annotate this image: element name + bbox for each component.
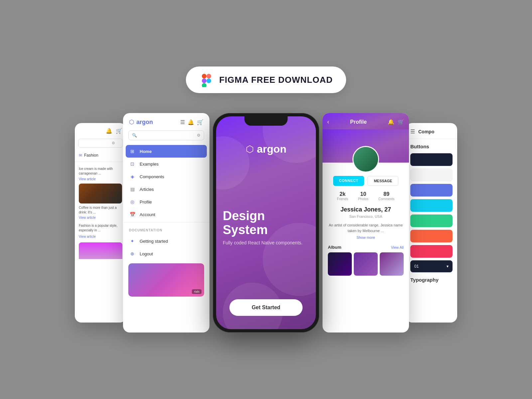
- s5-menu-icon[interactable]: ☰: [410, 128, 415, 135]
- s4-avatar-image: [353, 147, 378, 172]
- screens-row: 🔔 🛒 ⚙ ✉ Fashion Ice cream is made with c…: [75, 113, 457, 332]
- s1-bottom-image: [79, 242, 122, 259]
- profile-icon: ◎: [129, 199, 136, 204]
- s5-header: ☰ Compo: [406, 123, 457, 139]
- s1-category-label: Fashion: [84, 153, 98, 158]
- phone-device: ⬡ argon Design System Fully coded React …: [213, 113, 319, 332]
- s4-avatar: [352, 146, 379, 173]
- s4-photo-1[interactable]: [328, 252, 352, 276]
- s1-article-2-text: Coffee is more than just a drink: It's .…: [79, 205, 122, 215]
- s2-thumb-label: rials: [192, 289, 201, 294]
- s1-category-item: ✉ Fashion: [75, 151, 126, 160]
- svg-point-4: [206, 78, 211, 83]
- nav-home[interactable]: ⊞ Home: [126, 145, 207, 158]
- nav-getting-started-label: Getting started: [140, 239, 168, 244]
- phone-outer-shell: ⬡ argon Design System Fully coded React …: [213, 113, 319, 332]
- argon-logo: ⬡ argon: [129, 118, 153, 126]
- nav-account[interactable]: 📅 Account: [123, 208, 209, 221]
- s2-gear-icon: ⚙: [197, 133, 200, 138]
- nav-logout-label: Logout: [140, 251, 153, 256]
- nav-logout[interactable]: ⊕ Logout: [123, 247, 209, 260]
- s1-view-2[interactable]: View article: [79, 216, 122, 219]
- s5-btn-light[interactable]: [410, 169, 453, 181]
- s5-dropdown[interactable]: 01 ▾: [410, 260, 453, 272]
- home-icon: ⊞: [129, 149, 136, 154]
- phone-cta-button[interactable]: Get Started: [229, 299, 303, 316]
- s2-search-input[interactable]: [137, 133, 197, 137]
- s4-connect-button[interactable]: CONNECT: [333, 176, 364, 186]
- bg-circle-2: [216, 136, 249, 190]
- s5-btn-purple[interactable]: [410, 184, 453, 197]
- s4-comments-label: Comments: [378, 197, 394, 201]
- s5-btn-red[interactable]: [410, 245, 453, 258]
- s4-bell-icon[interactable]: 🔔: [388, 119, 394, 125]
- s4-photos-label: Photos: [358, 197, 368, 201]
- s1-article-3-text: Fashion is a popular style, especially i…: [75, 221, 126, 235]
- nav-articles-label: Articles: [140, 187, 154, 192]
- s4-hero-bg: [323, 129, 409, 163]
- s1-article-1: Ice cream is made with carrageenan ... V…: [75, 164, 126, 184]
- screen-menu: ⬡ argon ☰ 🔔 🛒 🔍 ⚙ ⊞ Home ⊡ Examples ◈ Co…: [123, 113, 209, 332]
- s5-btn-cyan[interactable]: [410, 199, 453, 212]
- svg-rect-3: [202, 83, 206, 87]
- argon-logo-icon: ⬡: [129, 118, 134, 126]
- svg-rect-1: [206, 74, 211, 78]
- badge-title: FIGMA FREE DOWNLOAD: [219, 75, 333, 85]
- nav-getting-started[interactable]: ✦ Getting started: [123, 235, 209, 247]
- s5-btn-orange[interactable]: [410, 230, 453, 242]
- phone-logo-text: argon: [257, 143, 287, 155]
- s2-bell-icon[interactable]: 🔔: [188, 119, 194, 125]
- s5-buttons-title: Buttons: [410, 144, 453, 149]
- figma-badge[interactable]: FIGMA FREE DOWNLOAD: [186, 66, 346, 93]
- s2-cart-icon[interactable]: 🛒: [197, 119, 203, 125]
- articles-icon: ▤: [129, 187, 136, 192]
- s1-view-3[interactable]: View article: [75, 235, 126, 240]
- s1-view-1[interactable]: View article: [79, 177, 122, 181]
- s4-back-button[interactable]: ‹: [327, 118, 329, 125]
- account-icon: 📅: [129, 212, 136, 217]
- phone-tagline: Design System Fully coded React Native c…: [223, 209, 309, 246]
- s4-album-title: Album: [328, 245, 341, 250]
- s4-view-all-btn[interactable]: View All: [391, 245, 404, 249]
- s1-search-bar[interactable]: ⚙: [78, 139, 123, 148]
- s5-dropdown-value: 01: [414, 264, 419, 269]
- chevron-down-icon: ▾: [447, 264, 449, 269]
- s2-menu-icon[interactable]: ☰: [180, 119, 185, 125]
- s4-message-button[interactable]: MESSAGE: [367, 176, 398, 186]
- screen-feed: 🔔 🛒 ⚙ ✉ Fashion Ice cream is made with c…: [75, 123, 126, 323]
- cart-icon: 🛒: [116, 128, 122, 134]
- s1-search-icon: ⚙: [112, 141, 115, 145]
- s4-header-icons: 🔔 🛒: [388, 119, 404, 125]
- examples-icon: ⊡: [129, 161, 136, 167]
- nav-profile[interactable]: ◎ Profile: [123, 196, 209, 208]
- components-icon: ◈: [129, 174, 136, 179]
- s5-typography-title: Typography: [410, 277, 453, 283]
- nav-examples[interactable]: ⊡ Examples: [123, 158, 209, 170]
- s1-article-2: Coffee is more than just a drink: It's .…: [75, 203, 126, 221]
- figma-logo-icon: [199, 72, 214, 87]
- s4-photo-grid: [328, 252, 404, 276]
- s4-stat-comments: 89 Comments: [378, 191, 394, 201]
- phone-subtitle: Fully coded React Native components.: [223, 240, 309, 245]
- logout-icon: ⊕: [129, 251, 136, 256]
- s4-show-more-btn[interactable]: Show more: [328, 235, 404, 239]
- s5-btn-dark[interactable]: [410, 153, 453, 166]
- s5-btn-green[interactable]: [410, 214, 453, 227]
- s4-friends-label: Friends: [337, 197, 348, 201]
- s4-photo-2[interactable]: [354, 252, 378, 276]
- s4-header: ‹ Profile 🔔 🛒: [323, 113, 409, 129]
- s2-search-icon: 🔍: [132, 133, 137, 138]
- argon-logo-text: argon: [136, 119, 153, 126]
- s4-comments-num: 89: [378, 191, 394, 197]
- nav-articles[interactable]: ▤ Articles: [123, 183, 209, 196]
- nav-account-label: Account: [140, 212, 155, 217]
- s2-doc-section: DOCUMENTATION: [123, 224, 209, 235]
- s4-photo-3[interactable]: [380, 252, 404, 276]
- nav-components[interactable]: ◈ Components: [123, 170, 209, 183]
- svg-rect-2: [202, 78, 206, 83]
- s2-search-bar[interactable]: 🔍 ⚙: [128, 130, 204, 140]
- s4-cart-icon[interactable]: 🛒: [398, 119, 404, 125]
- s1-search-input[interactable]: [82, 141, 112, 145]
- phone-notch: [244, 116, 288, 126]
- s5-buttons-section: Buttons 01 ▾ Typography: [406, 139, 457, 287]
